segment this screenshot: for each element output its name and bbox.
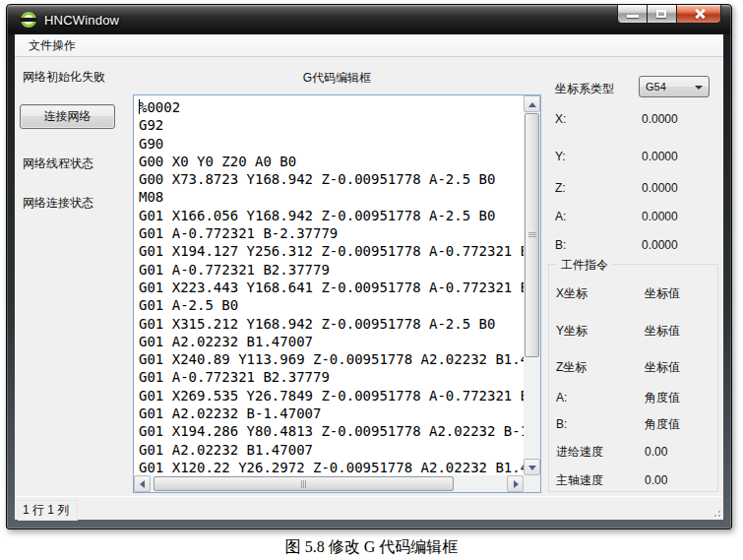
- work-field-row: Z坐标 坐标值: [556, 360, 713, 375]
- gcode-line: G01 A-2.5 B0: [139, 296, 524, 314]
- work-field-value: 角度值: [645, 417, 680, 432]
- vertical-scrollbar[interactable]: [524, 95, 540, 475]
- scroll-down-button[interactable]: [524, 459, 540, 475]
- thumb-grip-icon: [301, 480, 302, 488]
- work-field-value: 坐标值: [645, 286, 680, 301]
- menu-item-file-ops[interactable]: 文件操作: [23, 35, 82, 56]
- work-field-value: 0.00: [645, 473, 667, 488]
- gcode-line: G01 X194.127 Y256.312 Z-0.00951778 A-0.7…: [139, 242, 524, 260]
- gcode-editor-title: G代码编辑框: [133, 70, 541, 87]
- network-init-status-label: 网络初始化失败: [23, 69, 105, 86]
- coordinate-panel: 坐标系类型 G54 X: 0.0000 Y: 0.0000 Z:: [546, 57, 723, 496]
- gcode-line: G01 X194.286 Y80.4813 Z-0.00951778 A2.02…: [139, 422, 524, 440]
- axis-row: Z: 0.0000: [555, 181, 717, 196]
- axis-label: B:: [555, 238, 642, 253]
- scroll-left-button[interactable]: [134, 475, 151, 492]
- figure-caption: 图 5.8 修改 G 代码编辑框: [0, 537, 743, 558]
- arrow-up-icon: [528, 102, 536, 107]
- client-area: 网络初始化失败 连接网络 网络线程状态 网络连接状态 G代码编辑框 %0002G…: [15, 57, 723, 496]
- axis-value: 0.0000: [642, 210, 678, 224]
- axis-value: 0.0000: [642, 112, 678, 127]
- axis-value: 0.0000: [642, 150, 678, 164]
- work-field-row: 主轴速度 0.00: [556, 473, 713, 488]
- axis-row: Y: 0.0000: [555, 150, 717, 164]
- gcode-line: G00 X0 Y0 Z20 A0 B0: [139, 153, 524, 170]
- work-field-row: B: 角度值: [556, 417, 713, 432]
- workpiece-command-group: 工件指令 X坐标 坐标值 Y坐标 坐标值 Z坐标 坐标值: [548, 264, 718, 492]
- gcode-line: G01 X166.056 Y168.942 Z-0.00951778 A-2.5…: [139, 207, 524, 224]
- gcode-line: %0002: [139, 98, 524, 116]
- horizontal-scrollbar-thumb[interactable]: [154, 476, 454, 491]
- machine-coordinates: X: 0.0000 Y: 0.0000 Z: 0.0000 A: 0.0000: [555, 112, 717, 253]
- vertical-scrollbar-thumb[interactable]: [525, 113, 539, 357]
- coord-system-dropdown[interactable]: G54: [639, 76, 710, 97]
- hnc-logo-icon: [20, 12, 37, 29]
- work-field-label: B:: [556, 417, 645, 432]
- work-field-value: 坐标值: [645, 324, 680, 339]
- close-button[interactable]: [676, 5, 721, 24]
- coord-system-type-label: 坐标系类型: [555, 81, 614, 97]
- work-field-row: X坐标 坐标值: [556, 286, 713, 301]
- work-field-label: Z坐标: [556, 360, 645, 375]
- scroll-up-button[interactable]: [524, 95, 540, 112]
- cursor-position-status: 1 行 1 列: [18, 500, 78, 521]
- gcode-line: G01 X223.443 Y168.641 Z-0.00951778 A-0.7…: [139, 279, 524, 296]
- gcode-line: G01 X269.535 Y26.7849 Z-0.00951778 A-0.7…: [139, 387, 524, 404]
- scroll-right-button[interactable]: [507, 475, 524, 492]
- resize-grip[interactable]: [710, 506, 721, 518]
- arrow-left-icon: [140, 480, 145, 488]
- text-caret: [139, 99, 140, 114]
- gcode-line: G00 X73.8723 Y168.942 Z-0.00951778 A-2.5…: [139, 170, 524, 188]
- arrow-down-icon: [528, 466, 536, 470]
- app-window: HNCWindow 文件操作 网络初始化失败 连接网络 网络线程状态 网络连接状…: [6, 4, 732, 529]
- scrollbar-corner: [524, 475, 540, 492]
- axis-label: X:: [555, 112, 642, 127]
- gcode-line: G92: [139, 116, 524, 134]
- gcode-textarea[interactable]: %0002G92G90G00 X0 Y0 Z20 A0 B0G00 X73.87…: [134, 95, 524, 475]
- chevron-down-icon: [695, 86, 703, 90]
- minimize-icon: [627, 15, 639, 18]
- axis-label: A:: [555, 210, 642, 224]
- axis-row: B: 0.0000: [555, 238, 717, 253]
- work-field-value: 坐标值: [645, 360, 680, 375]
- work-field-row: A: 角度值: [556, 391, 713, 405]
- axis-row: A: 0.0000: [555, 210, 717, 224]
- horizontal-scrollbar[interactable]: [134, 475, 524, 492]
- gcode-line: G01 X120.22 Y26.2972 Z-0.00951778 A2.022…: [139, 459, 524, 475]
- work-field-row: 进给速度 0.00: [556, 445, 713, 460]
- network-thread-status-label: 网络线程状态: [23, 156, 93, 172]
- gcode-line: G01 X240.89 Y113.969 Z-0.00951778 A2.022…: [139, 350, 524, 368]
- work-field-label: X坐标: [556, 286, 645, 301]
- work-field-label: Y坐标: [556, 324, 645, 339]
- gcode-line: G01 A2.02232 B-1.47007: [139, 404, 524, 422]
- axis-label: Z:: [555, 181, 642, 196]
- close-icon: [694, 8, 706, 20]
- workpiece-group-title: 工件指令: [557, 257, 612, 274]
- logo-band: [20, 18, 37, 22]
- connect-network-button[interactable]: 连接网络: [20, 104, 115, 129]
- axis-value: 0.0000: [642, 238, 678, 253]
- maximize-icon: [656, 10, 666, 18]
- gcode-line: G01 A-0.772321 B-2.37779: [139, 224, 524, 242]
- workpiece-fields: X坐标 坐标值 Y坐标 坐标值 Z坐标 坐标值 A: 角度值: [556, 286, 713, 488]
- maximize-button[interactable]: [648, 5, 676, 24]
- window-title: HNCWindow: [44, 13, 119, 28]
- arrow-right-icon: [514, 480, 519, 488]
- minimize-button[interactable]: [617, 5, 648, 24]
- coord-system-value: G54: [646, 81, 666, 93]
- gcode-line: G01 A-0.772321 B2.37779: [139, 368, 524, 386]
- work-field-label: A:: [556, 391, 645, 405]
- axis-row: X: 0.0000: [555, 112, 717, 127]
- work-field-value: 0.00: [645, 445, 667, 460]
- gcode-line: G01 A2.02232 B1.47007: [139, 441, 524, 459]
- status-bar: 1 行 1 列: [15, 496, 723, 520]
- work-field-label: 进给速度: [556, 445, 645, 460]
- network-connection-status-label: 网络连接状态: [23, 195, 93, 212]
- window-controls: [617, 5, 721, 24]
- work-field-row: Y坐标 坐标值: [556, 324, 713, 339]
- gcode-line: G01 A-0.772321 B2.37779: [139, 261, 524, 279]
- work-field-label: 主轴速度: [556, 473, 645, 488]
- axis-value: 0.0000: [642, 181, 678, 196]
- axis-label: Y:: [555, 150, 642, 164]
- figure-canvas: HNCWindow 文件操作 网络初始化失败 连接网络 网络线程状态 网络连接状…: [0, 0, 743, 560]
